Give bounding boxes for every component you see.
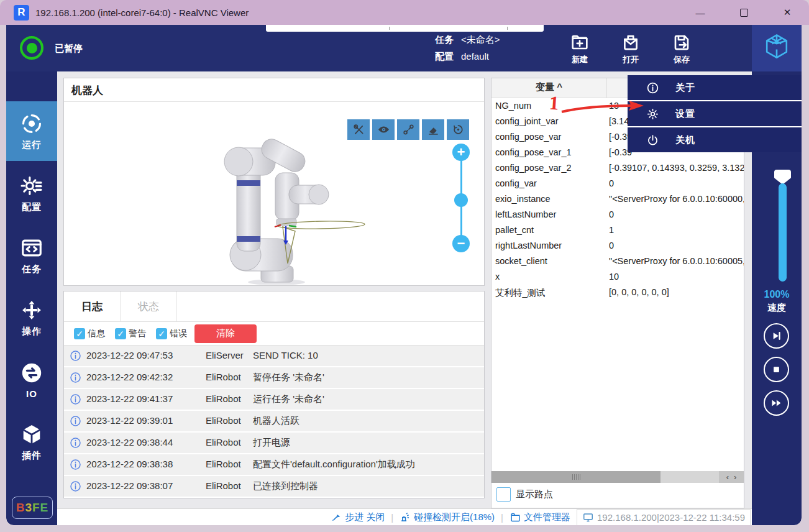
gear-icon	[628, 108, 659, 121]
zoom-out-button[interactable]: −	[452, 235, 470, 252]
log-row[interactable]: 2023-12-22 09:42:32 EliRobot 暂停任务 '未命名'	[64, 367, 484, 388]
log-row[interactable]: 2023-12-22 09:38:07 EliRobot 已连接到控制器	[64, 476, 484, 497]
collision-detect-indicator[interactable]: 碰撞检测开启(18%)	[400, 511, 495, 523]
window-titlebar: R 192.168.1.200 (intel-corei7-64:0) - Re…	[0, 0, 809, 25]
variable-row[interactable]: leftLastNumber 0	[491, 208, 744, 223]
menu-item-关于[interactable]: 关于	[628, 75, 802, 101]
tab-log[interactable]: 日志	[64, 291, 121, 321]
log-row[interactable]: 2023-12-22 09:39:01 EliRobot 机器人活跃	[64, 411, 484, 431]
menu-item-关机[interactable]: 关机	[628, 127, 802, 152]
sidebar-item-任务[interactable]: 任务	[6, 226, 57, 285]
robot-tool-path-icon[interactable]	[397, 119, 419, 140]
filter-警告-checkbox[interactable]: ✓ 警告	[115, 328, 146, 339]
config-value: default	[461, 51, 489, 62]
maximize-icon	[740, 9, 748, 17]
clear-log-button[interactable]: 清除	[194, 324, 257, 343]
variable-row[interactable]: socket_client "<ServerProxy for 6.0.0.10…	[491, 254, 744, 270]
close-button[interactable]: ✕	[766, 0, 809, 25]
sidebar-item-运行[interactable]: 运行	[6, 101, 57, 161]
show-waypoints-checkbox[interactable]: 显示路点	[496, 487, 553, 502]
eye-icon	[377, 123, 390, 136]
robot-tool-eye-icon[interactable]	[372, 119, 395, 140]
header-action-save-task-icon[interactable]: 保存	[664, 29, 699, 68]
robot-state-indicator-icon[interactable]	[20, 36, 43, 60]
variable-row[interactable]: 艾利特_测试 [0, 0, 0, 0, 0, 0]	[491, 285, 744, 301]
variable-row[interactable]: x 10	[491, 270, 744, 285]
variable-name: leftLastNumber	[495, 209, 556, 219]
playback-stop-button[interactable]	[764, 357, 789, 382]
variable-row[interactable]: config_pose_var_2 [-0.39107, 0.14393, 0.…	[491, 161, 744, 177]
vnc-viewer-window: R 192.168.1.200 (intel-corei7-64:0) - Re…	[0, 0, 809, 532]
log-row[interactable]: 2023-12-22 09:47:53 EliServer SEND TICK:…	[64, 346, 484, 366]
collision-icon	[400, 511, 411, 523]
log-source: EliRobot	[206, 372, 241, 382]
minimize-button[interactable]: —	[679, 0, 722, 25]
sidebar-item-操作[interactable]: 操作	[6, 288, 57, 347]
robot-tool-tools-icon[interactable]	[347, 119, 370, 140]
operate-icon	[20, 298, 43, 322]
log-time: 2023-12-22 09:39:01	[86, 415, 173, 426]
speed-slider-handle[interactable]	[774, 170, 791, 185]
filter-错误-checkbox[interactable]: ✓ 错误	[156, 328, 187, 339]
open-task-icon	[621, 32, 641, 52]
tab-status[interactable]: 状态	[121, 291, 177, 321]
header-action-open-task-icon[interactable]: 打开	[613, 29, 648, 68]
zoom-slider-handle[interactable]	[454, 193, 468, 207]
variable-row[interactable]: rightLastNumber 0	[491, 239, 744, 254]
new-task-icon	[570, 32, 590, 52]
checkbox-icon[interactable]	[496, 487, 511, 502]
variable-value: [0, 0, 0, 0, 0, 0]	[609, 287, 669, 297]
scroll-right-icon[interactable]: ›	[734, 472, 736, 482]
log-time: 2023-12-22 09:41:37	[86, 393, 173, 404]
log-row[interactable]: 2023-12-22 09:41:37 EliRobot 运行任务 '未命名'	[64, 389, 484, 410]
filter-信息-checkbox[interactable]: ✓ 信息	[74, 328, 105, 339]
remote-desktop: 已暂停 任务<未命名> 配置default 新建 打开 保存 运行 配置 任务	[6, 25, 802, 525]
variable-name: NG_num	[495, 101, 531, 111]
variable-value: 0	[609, 241, 614, 250]
variable-name: config_pose_var	[495, 132, 561, 142]
variable-value: 10	[609, 272, 619, 282]
config-icon	[20, 174, 43, 198]
speed-percent: 100%	[752, 289, 802, 300]
variable-name: x	[495, 272, 500, 282]
playback-fast-forward-button[interactable]	[764, 390, 789, 416]
sidebar-item-IO[interactable]: IO	[6, 350, 57, 410]
log-source: EliRobot	[206, 437, 241, 447]
robot-tool-rotate-icon[interactable]	[447, 119, 469, 140]
info-icon	[628, 81, 659, 94]
header-action-new-task-icon[interactable]: 新建	[562, 29, 597, 68]
zoom-in-button[interactable]: +	[452, 144, 470, 161]
variable-value: [-0.39107, 0.14393, 0.3259, 3.1325	[609, 163, 744, 173]
robot-tool-eraser-icon[interactable]	[422, 119, 444, 140]
variable-row[interactable]: config_var 0	[491, 177, 744, 192]
robot-3d-panel: 机器人	[63, 78, 485, 286]
fast-forward-icon	[770, 397, 783, 410]
horizontal-scrollbar[interactable]: ‹›	[491, 471, 744, 483]
log-time: 2023-12-22 09:38:38	[86, 459, 173, 469]
variable-value: "<ServerProxy for 6.0.0.10:60005,	[609, 256, 744, 266]
variable-row[interactable]: exio_instance "<ServerProxy for 6.0.0.10…	[491, 192, 744, 208]
task-value: <未命名>	[461, 34, 500, 45]
scrollbar-thumb[interactable]	[491, 471, 660, 483]
maximize-button[interactable]	[722, 0, 766, 25]
stop-icon	[770, 363, 783, 376]
sidebar-item-配置[interactable]: 配置	[6, 163, 57, 223]
scroll-left-icon[interactable]: ‹	[726, 472, 729, 482]
info-circle-icon	[70, 350, 81, 362]
info-circle-icon	[70, 459, 81, 470]
log-row[interactable]: 2023-12-22 09:38:44 EliRobot 打开电源	[64, 433, 484, 453]
b3fe-logo: B3FE	[12, 497, 53, 519]
config-label: 配置	[435, 51, 454, 62]
speed-slider-track[interactable]	[779, 183, 787, 282]
step-mode-indicator[interactable]: 步进 关闭	[331, 511, 385, 523]
variable-value: 0	[609, 209, 614, 219]
variable-row[interactable]: pallet_cnt 1	[491, 223, 744, 239]
menu-item-设置[interactable]: 设置	[628, 101, 802, 127]
playback-skip-next-button[interactable]	[764, 323, 789, 349]
view-zoom-control: + −	[452, 144, 470, 252]
sidebar-item-插件[interactable]: 插件	[6, 412, 57, 472]
vnc-toolbar-strip[interactable]	[266, 25, 544, 32]
brand-logo-box[interactable]	[752, 25, 802, 71]
log-row[interactable]: 2023-12-22 09:38:38 EliRobot 配置文件'defaul…	[64, 454, 484, 475]
file-manager-button[interactable]: 文件管理器	[510, 511, 570, 523]
